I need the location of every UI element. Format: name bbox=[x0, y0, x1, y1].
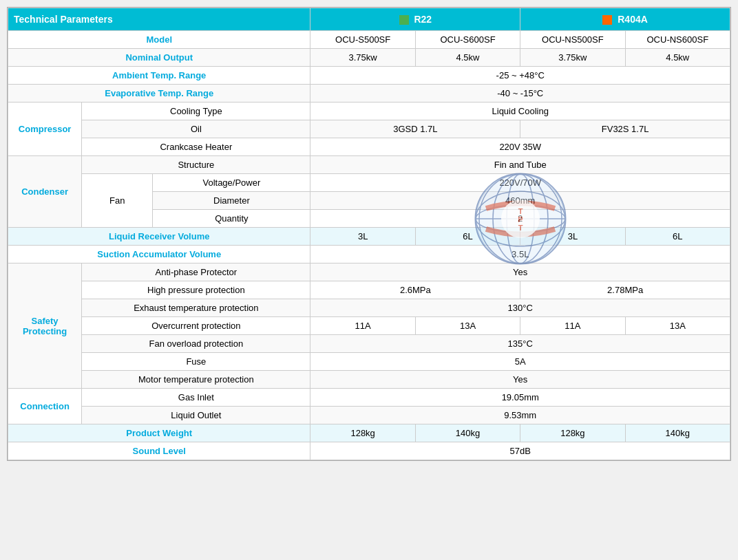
liquid-receiver-col-3: 3L bbox=[520, 228, 625, 246]
r22-header: R22 bbox=[310, 8, 520, 31]
liquid-receiver-col-4: 6L bbox=[625, 228, 730, 246]
product-weight-col-3: 128kg bbox=[520, 424, 625, 442]
overcurrent-row: Overcurrent protection 11A 13A 11A 13A bbox=[8, 317, 730, 335]
fan-overload-row: Fan overload protection 135°C bbox=[8, 335, 730, 353]
crankcase-val: 220V 35W bbox=[310, 138, 730, 156]
gas-inlet-label: Gas Inlet bbox=[82, 389, 310, 407]
product-weight-col-1: 128kg bbox=[310, 424, 415, 442]
structure-row: Condenser Structure Fin and Tube bbox=[8, 156, 730, 174]
diameter-val: 460mm bbox=[310, 192, 730, 210]
high-pressure-r22-val: 2.6MPa bbox=[310, 281, 520, 299]
motor-temp-label: Motor temperature protection bbox=[82, 371, 310, 389]
quantity-val: 2 bbox=[518, 213, 523, 224]
fan-overload-label: Fan overload protection bbox=[82, 335, 310, 353]
model-label: Model bbox=[8, 31, 310, 49]
ambient-row: Ambient Temp. Range -25 ~ +48°C bbox=[8, 67, 730, 85]
nominal-label: Nominal Output bbox=[8, 49, 310, 67]
high-pressure-row: High pressure protection 2.6MPa 2.78MPa bbox=[8, 281, 730, 299]
exhaust-val: 130°C bbox=[310, 299, 730, 317]
r404a-header: R404A bbox=[520, 8, 730, 31]
suction-acc-label: Suction Accumulator Volume bbox=[8, 246, 310, 263]
r22-green-icon bbox=[399, 15, 409, 25]
sound-level-row: Sound Level 57dB bbox=[8, 442, 730, 460]
nominal-col-2: 4.5kw bbox=[415, 49, 520, 67]
overcurrent-col-2: 13A bbox=[415, 317, 520, 335]
voltage-label: Voltage/Power bbox=[153, 174, 310, 192]
fuse-val: 5A bbox=[310, 353, 730, 371]
cooling-type-row: Compressor Cooling Type Liquid Cooling bbox=[8, 103, 730, 120]
oil-r404a-val: FV32S 1.7L bbox=[520, 120, 730, 138]
tech-params-header: Technical Parameters bbox=[8, 8, 310, 31]
product-weight-col-2: 140kg bbox=[415, 424, 520, 442]
r404a-orange-icon bbox=[602, 15, 612, 25]
structure-val: Fin and Tube bbox=[310, 156, 730, 174]
model-col-2: OCU-S600SF bbox=[415, 31, 520, 49]
connection-label: Connection bbox=[8, 389, 82, 424]
anti-phase-row: Safety Protecting Anti-phase Protector Y… bbox=[8, 263, 730, 281]
exhaust-row: Exhaust temperature protection 130°C bbox=[8, 299, 730, 317]
quantity-val-cell: 2 bbox=[310, 210, 730, 228]
overcurrent-col-4: 13A bbox=[625, 317, 730, 335]
overcurrent-label: Overcurrent protection bbox=[82, 317, 310, 335]
suction-acc-row: Suction Accumulator Volume 3.5L bbox=[8, 246, 730, 263]
fan-label: Fan bbox=[82, 174, 153, 228]
evap-row: Evaporative Temp. Range -40 ~ -15°C bbox=[8, 85, 730, 103]
sound-level-label: Sound Level bbox=[8, 442, 310, 460]
cooling-type-label: Cooling Type bbox=[82, 103, 310, 120]
ambient-val: -25 ~ +48°C bbox=[310, 67, 730, 85]
cooling-type-val: Liquid Cooling bbox=[310, 103, 730, 120]
nominal-col-3: 3.75kw bbox=[520, 49, 625, 67]
exhaust-label: Exhaust temperature protection bbox=[82, 299, 310, 317]
voltage-val: 220V/70W bbox=[310, 174, 730, 192]
fuse-label: Fuse bbox=[82, 353, 310, 371]
anti-phase-val: Yes bbox=[310, 263, 730, 281]
oil-label: Oil bbox=[82, 120, 310, 138]
fan-overload-val: 135°C bbox=[310, 335, 730, 353]
gas-inlet-row: Connection Gas Inlet 19.05mm bbox=[8, 389, 730, 407]
liquid-outlet-val: 9.53mm bbox=[310, 407, 730, 424]
high-pressure-r404a-val: 2.78MPa bbox=[520, 281, 730, 299]
liquid-receiver-row: Liquid Receiver Volume 3L 6L 3L 6L bbox=[8, 228, 730, 246]
gas-inlet-val: 19.05mm bbox=[310, 389, 730, 407]
motor-temp-row: Motor temperature protection Yes bbox=[8, 371, 730, 389]
r404a-label: R404A bbox=[618, 14, 648, 25]
structure-label: Structure bbox=[82, 156, 310, 174]
liquid-receiver-col-2: 6L bbox=[415, 228, 520, 246]
nominal-row: Nominal Output 3.75kw 4.5kw 3.75kw 4.5kw bbox=[8, 49, 730, 67]
suction-acc-val: 3.5L bbox=[310, 246, 730, 263]
fuse-row: Fuse 5A bbox=[8, 353, 730, 371]
model-col-3: OCU-NS500SF bbox=[520, 31, 625, 49]
main-table-wrapper: Technical Parameters R22 R404A Model OCU… bbox=[7, 7, 731, 461]
motor-temp-val: Yes bbox=[310, 371, 730, 389]
r22-label: R22 bbox=[414, 14, 432, 25]
overcurrent-col-1: 11A bbox=[310, 317, 415, 335]
liquid-outlet-label: Liquid Outlet bbox=[82, 407, 310, 424]
high-pressure-label: High pressure protection bbox=[82, 281, 310, 299]
crankcase-label: Crankcase Heater bbox=[82, 138, 310, 156]
model-row: Model OCU-S500SF OCU-S600SF OCU-NS500SF … bbox=[8, 31, 730, 49]
voltage-row: Fan Voltage/Power 220V/70W bbox=[8, 174, 730, 192]
nominal-col-1: 3.75kw bbox=[310, 49, 415, 67]
diameter-label: Diameter bbox=[153, 192, 310, 210]
model-col-4: OCU-NS600SF bbox=[625, 31, 730, 49]
nominal-col-4: 4.5kw bbox=[625, 49, 730, 67]
compressor-label: Compressor bbox=[8, 103, 82, 156]
condenser-label: Condenser bbox=[8, 156, 82, 228]
product-weight-label: Product Weight bbox=[8, 424, 310, 442]
liquid-receiver-col-1: 3L bbox=[310, 228, 415, 246]
safety-label: Safety Protecting bbox=[8, 263, 82, 389]
overcurrent-col-3: 11A bbox=[520, 317, 625, 335]
evap-label: Evaporative Temp. Range bbox=[8, 85, 310, 103]
product-weight-col-4: 140kg bbox=[625, 424, 730, 442]
quantity-label: Quantity bbox=[153, 210, 310, 228]
oil-row: Oil 3GSD 1.7L FV32S 1.7L bbox=[8, 120, 730, 138]
liquid-outlet-row: Liquid Outlet 9.53mm bbox=[8, 407, 730, 424]
product-weight-row: Product Weight 128kg 140kg 128kg 140kg bbox=[8, 424, 730, 442]
ambient-label: Ambient Temp. Range bbox=[8, 67, 310, 85]
liquid-receiver-label: Liquid Receiver Volume bbox=[8, 228, 310, 246]
crankcase-row: Crankcase Heater 220V 35W bbox=[8, 138, 730, 156]
oil-r22-val: 3GSD 1.7L bbox=[310, 120, 520, 138]
sound-level-val: 57dB bbox=[310, 442, 730, 460]
table-header-row: Technical Parameters R22 R404A bbox=[8, 8, 730, 31]
anti-phase-label: Anti-phase Protector bbox=[82, 263, 310, 281]
